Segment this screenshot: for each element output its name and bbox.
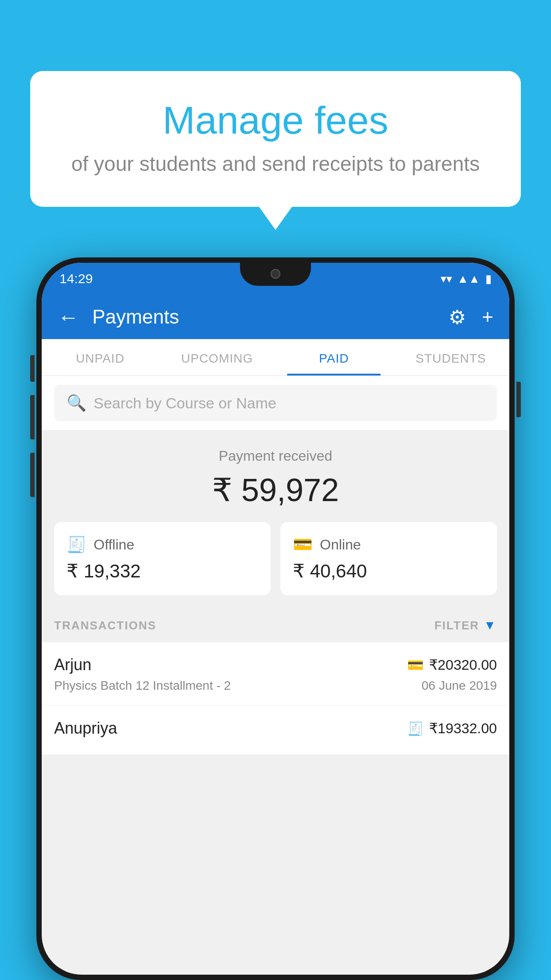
total-amount: ₹ 59,972	[42, 471, 509, 509]
notch	[240, 263, 311, 286]
offline-label: Offline	[94, 537, 134, 553]
student-name-arjun: Arjun	[54, 656, 91, 674]
app-header: ← Payments ⚙ +	[42, 295, 509, 339]
online-icon: 💳	[293, 535, 313, 554]
amount-arjun: ₹20320.00	[429, 656, 497, 673]
online-card: 💳 Online ₹ 40,640	[280, 522, 497, 595]
search-icon: 🔍	[67, 394, 87, 412]
online-label: Online	[320, 537, 361, 553]
phone-frame: 14:29 ▾▾ ▲▲ ▮ ← Payments ⚙ + UNPAID UPCO…	[36, 257, 515, 980]
volume-silent-button	[30, 355, 35, 382]
volume-down-button	[30, 453, 35, 497]
bubble-title: Manage fees	[66, 98, 485, 143]
payment-received-label: Payment received	[42, 448, 509, 464]
volume-up-button	[30, 395, 35, 439]
transactions-header: TRANSACTIONS FILTER ▼	[42, 609, 509, 642]
tab-upcoming[interactable]: UPCOMING	[159, 339, 276, 375]
amount-anupriya: ₹19332.00	[429, 720, 497, 737]
header-title: Payments	[92, 306, 435, 328]
transaction-top-anupriya: Anupriya 🧾 ₹19332.00	[54, 719, 497, 738]
payment-summary: Payment received ₹ 59,972	[42, 430, 509, 522]
filter-label: FILTER	[434, 619, 479, 632]
status-icons: ▾▾ ▲▲ ▮	[441, 272, 492, 286]
phone-screen: 14:29 ▾▾ ▲▲ ▮ ← Payments ⚙ + UNPAID UPCO…	[42, 263, 509, 975]
header-icons: ⚙ +	[449, 306, 493, 328]
signal-icon: ▲▲	[457, 272, 480, 286]
tab-unpaid[interactable]: UNPAID	[42, 339, 159, 375]
transaction-row-anupriya[interactable]: Anupriya 🧾 ₹19332.00	[42, 706, 509, 755]
battery-icon: ▮	[485, 272, 492, 286]
status-bar: 14:29 ▾▾ ▲▲ ▮	[42, 263, 509, 295]
back-button[interactable]: ←	[58, 305, 79, 329]
payment-cards: 🧾 Offline ₹ 19,332 💳 Online ₹ 40,640	[42, 522, 509, 609]
tabs: UNPAID UPCOMING PAID STUDENTS	[42, 339, 509, 376]
transaction-top-arjun: Arjun 💳 ₹20320.00	[54, 656, 497, 674]
search-box[interactable]: 🔍 Search by Course or Name	[54, 385, 497, 421]
offline-card-top: 🧾 Offline	[67, 535, 258, 554]
tab-paid[interactable]: PAID	[276, 339, 393, 375]
bubble-subtitle: of your students and send receipts to pa…	[66, 152, 485, 176]
camera	[271, 269, 280, 279]
offline-payment-icon: 🧾	[407, 721, 424, 736]
offline-card: 🧾 Offline ₹ 19,332	[54, 522, 271, 595]
power-button	[516, 382, 521, 417]
speech-bubble: Manage fees of your students and send re…	[30, 71, 521, 207]
online-payment-icon: 💳	[407, 657, 424, 673]
add-icon[interactable]: +	[482, 306, 493, 328]
online-card-top: 💳 Online	[293, 535, 484, 554]
offline-amount: ₹ 19,332	[67, 560, 258, 582]
settings-icon[interactable]: ⚙	[449, 306, 466, 328]
online-amount: ₹ 40,640	[293, 560, 484, 582]
transaction-amount-anupriya: 🧾 ₹19332.00	[407, 720, 497, 737]
search-container: 🔍 Search by Course or Name	[42, 376, 509, 430]
transaction-row-arjun[interactable]: Arjun 💳 ₹20320.00 Physics Batch 12 Insta…	[42, 642, 509, 706]
filter-icon: ▼	[484, 618, 497, 632]
course-arjun: Physics Batch 12 Installment - 2	[54, 679, 231, 693]
status-time: 14:29	[59, 271, 93, 286]
wifi-icon: ▾▾	[441, 272, 452, 286]
student-name-anupriya: Anupriya	[54, 719, 117, 738]
transaction-amount-arjun: 💳 ₹20320.00	[407, 656, 497, 673]
transaction-bottom-arjun: Physics Batch 12 Installment - 2 06 June…	[54, 679, 497, 693]
search-input[interactable]: Search by Course or Name	[94, 395, 276, 412]
date-arjun: 06 June 2019	[421, 679, 497, 693]
offline-icon: 🧾	[67, 535, 87, 554]
filter-button[interactable]: FILTER ▼	[434, 618, 497, 632]
tab-students[interactable]: STUDENTS	[393, 339, 510, 375]
transactions-label: TRANSACTIONS	[54, 619, 157, 632]
